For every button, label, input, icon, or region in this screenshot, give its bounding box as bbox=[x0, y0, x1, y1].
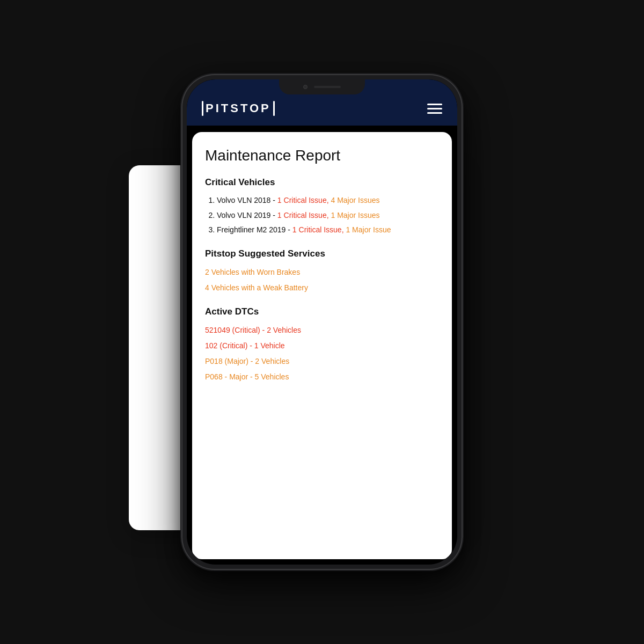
phone-frame: PITSTOP Maintenance Report Critical Vehi… bbox=[182, 75, 462, 569]
logo-container: PITSTOP bbox=[202, 101, 275, 116]
vehicle-2-major[interactable]: 1 Major Issues bbox=[331, 211, 379, 219]
vehicle-item-3: Freightliner M2 2019 - 1 Critical Issue,… bbox=[217, 225, 439, 236]
vehicle-2-critical[interactable]: 1 Critical Issue, bbox=[277, 211, 329, 219]
hamburger-menu-button[interactable] bbox=[427, 104, 442, 114]
hamburger-line-1 bbox=[427, 104, 442, 105]
active-dtcs-section: Active DTCs 521049 (Critical) - 2 Vehicl… bbox=[205, 306, 439, 383]
weak-battery-item[interactable]: 4 Vehicles with a Weak Battery bbox=[205, 282, 439, 294]
vehicle-2-name: Volvo VLN 2019 - bbox=[217, 211, 277, 219]
vehicle-3-name: Freightliner M2 2019 - bbox=[217, 225, 292, 234]
vehicle-1-critical[interactable]: 1 Critical Issue, bbox=[277, 196, 329, 204]
vehicle-3-critical[interactable]: 1 Critical Issue, bbox=[292, 225, 344, 234]
vehicle-3-major[interactable]: 1 Major Issue bbox=[346, 225, 391, 234]
speaker-bar bbox=[314, 86, 341, 88]
suggested-services-section: Pitstop Suggested Services 2 Vehicles wi… bbox=[205, 248, 439, 294]
dtc-item-4[interactable]: P068 - Major - 5 Vehicles bbox=[205, 371, 439, 383]
logo-text: PITSTOP bbox=[206, 101, 271, 115]
hamburger-line-3 bbox=[427, 112, 442, 114]
app-content: PITSTOP Maintenance Report Critical Vehi… bbox=[187, 79, 457, 565]
worn-brakes-item[interactable]: 2 Vehicles with Worn Brakes bbox=[205, 267, 439, 278]
active-dtcs-title: Active DTCs bbox=[205, 306, 439, 317]
dtc-item-1[interactable]: 521049 (Critical) - 2 Vehicles bbox=[205, 325, 439, 336]
scene: PITSTOP Maintenance Report Critical Vehi… bbox=[134, 67, 510, 577]
critical-vehicles-title: Critical Vehicles bbox=[205, 177, 439, 188]
logo-bar-left bbox=[202, 101, 203, 116]
vehicle-1-major[interactable]: 4 Major Issues bbox=[331, 196, 379, 204]
critical-vehicles-section: Critical Vehicles Volvo VLN 2018 - 1 Cri… bbox=[205, 177, 439, 236]
critical-vehicles-list: Volvo VLN 2018 - 1 Critical Issue, 4 Maj… bbox=[205, 195, 439, 236]
phone-notch bbox=[279, 79, 365, 94]
dtc-item-3[interactable]: P018 (Major) - 2 Vehicles bbox=[205, 356, 439, 367]
vehicle-item-1: Volvo VLN 2018 - 1 Critical Issue, 4 Maj… bbox=[217, 195, 439, 206]
logo-bar-right bbox=[273, 101, 275, 116]
report-title: Maintenance Report bbox=[205, 147, 439, 164]
dtc-item-2[interactable]: 102 (Critical) - 1 Vehicle bbox=[205, 340, 439, 352]
hamburger-line-2 bbox=[427, 108, 442, 109]
camera-dot bbox=[303, 85, 308, 89]
report-card: Maintenance Report Critical Vehicles Vol… bbox=[192, 132, 452, 559]
vehicle-item-2: Volvo VLN 2019 - 1 Critical Issue, 1 Maj… bbox=[217, 210, 439, 221]
vehicle-1-name: Volvo VLN 2018 - bbox=[217, 196, 277, 204]
phone-inner: PITSTOP Maintenance Report Critical Vehi… bbox=[187, 79, 457, 565]
suggested-services-title: Pitstop Suggested Services bbox=[205, 248, 439, 259]
